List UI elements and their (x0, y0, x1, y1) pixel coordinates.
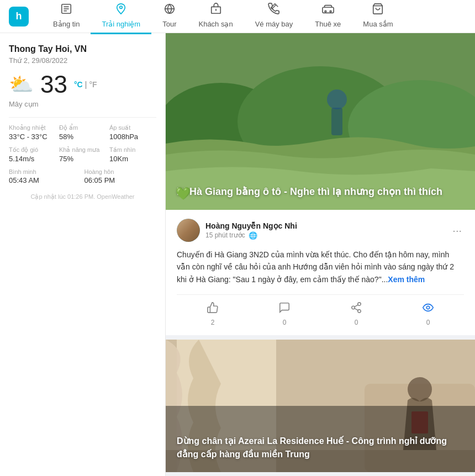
post-time: 15 phút trước (205, 231, 245, 239)
main-content: Đi Hà Giang bằng ô tô - Nghe thì lạ nhưn… (166, 33, 475, 476)
app-logo[interactable]: h (9, 7, 29, 27)
post-share-button[interactable]: 0 (350, 302, 362, 326)
see-more-link[interactable]: Xem thêm (388, 275, 425, 284)
toc-do-gio-value: 5.14m/s (9, 155, 56, 163)
celsius-unit[interactable]: °C (74, 80, 83, 89)
tab-tour[interactable]: Tour (151, 0, 187, 34)
post-avatar (177, 219, 200, 242)
post-author-name: Hoàng Nguyễn Ngọc Nhi (205, 221, 450, 230)
weather-detail-kha-nang-mua: Khả năng mưa 75% (59, 146, 106, 163)
svg-point-23 (358, 310, 361, 313)
fahrenheit-unit[interactable]: °F (89, 80, 97, 89)
avatar-image (177, 219, 200, 242)
post-meta: Hoàng Nguyễn Ngọc Nhi 15 phút trước 🌐 (205, 221, 450, 240)
weather-temperature: 33 (40, 72, 67, 97)
svg-point-26 (426, 306, 430, 309)
view-count: 0 (426, 319, 430, 326)
react-icon (207, 302, 219, 316)
svg-point-12 (330, 10, 331, 12)
post-card: Hoàng Nguyễn Ngọc Nhi 15 phút trước 🌐 ··… (166, 210, 475, 340)
svg-line-24 (355, 309, 358, 311)
svg-line-9 (276, 5, 278, 7)
weather-sidebar: Thong Tay Hoi, VN Thứ 2, 29/08/2022 ⛅ 33… (0, 33, 166, 476)
weather-update-time: Cập nhật lúc 01:26 PM. OpenWeather (9, 193, 156, 200)
toc-do-gio-label: Tốc độ gió (9, 146, 56, 154)
ap-suat-value: 1008hPa (109, 133, 156, 141)
react-count: 2 (211, 319, 215, 326)
hue-article-title: Dừng chân tại Azerai La Residence Huế - … (177, 435, 464, 461)
tab-trai-nghiem-label: Trải nghiệm (102, 20, 140, 28)
weather-details-grid-2: Tốc độ gió 5.14m/s Khả năng mưa 75% Tầm … (9, 146, 156, 163)
post-view-button[interactable]: 0 (422, 302, 434, 326)
binh-minh-value: 05:43 AM (9, 176, 81, 184)
tab-ve-may-bay-label: Vé máy bay (255, 20, 293, 28)
tour-icon (163, 3, 176, 18)
hoang-hon-label: Hoàng hôn (85, 168, 157, 175)
weather-detail-ap-suat: Áp suất 1008hPa (109, 124, 156, 141)
cloud-icon: ⛅ (9, 73, 34, 96)
hoang-hon-value: 06:05 PM (85, 176, 157, 184)
weather-detail-khoang-nhiet: Khoảng nhiệt 33°C - 33°C (9, 124, 56, 141)
svg-rect-18 (166, 33, 475, 210)
ve-may-bay-icon (268, 3, 280, 18)
tab-bang-tin[interactable]: Bảng tin (42, 0, 91, 34)
weather-detail-do-am: Độ ẩm 58% (59, 124, 106, 141)
tab-mua-sam[interactable]: Mua sắm (352, 0, 404, 34)
main-navigation: Bảng tin Trải nghiệm Tour Khách sạn (42, 0, 466, 34)
svg-point-4 (120, 6, 123, 9)
weather-card: Thong Tay Hoi, VN Thứ 2, 29/08/2022 ⛅ 33… (9, 44, 156, 200)
svg-line-25 (355, 305, 358, 307)
tab-ve-may-bay[interactable]: Vé máy bay (244, 0, 304, 34)
tab-khach-san[interactable]: Khách sạn (187, 0, 244, 34)
kha-nang-mua-label: Khả năng mưa (59, 146, 106, 154)
trai-nghiem-icon (115, 3, 127, 18)
weather-detail-hoang-hon: Hoàng hôn 06:05 PM (85, 168, 157, 184)
post-header: Hoàng Nguyễn Ngọc Nhi 15 phút trước 🌐 ··… (177, 219, 464, 242)
tab-thue-xe-label: Thuê xe (315, 20, 341, 28)
weather-main: ⛅ 33 °C | °F (9, 72, 156, 97)
svg-rect-10 (323, 7, 334, 13)
do-am-value: 58% (59, 133, 106, 141)
tab-mua-sam-label: Mua sắm (363, 20, 393, 28)
tab-thue-xe[interactable]: Thuê xe (304, 0, 352, 34)
page-layout: Thong Tay Hoi, VN Thứ 2, 29/08/2022 ⛅ 33… (0, 33, 475, 476)
tam-nhin-label: Tầm nhìn (109, 146, 156, 154)
tab-tour-label: Tour (162, 20, 176, 28)
thue-xe-icon (322, 3, 334, 18)
share-count: 0 (355, 319, 358, 326)
logo-letter: h (16, 10, 22, 22)
svg-point-22 (352, 306, 355, 309)
post-react-button[interactable]: 2 (207, 302, 219, 326)
share-icon (350, 302, 362, 316)
weather-sun-times: Bình minh 05:43 AM Hoàng hôn 06:05 PM (9, 168, 156, 184)
view-icon (422, 302, 434, 316)
article-hue-card[interactable]: Dừng chân tại Azerai La Residence Huế - … (166, 340, 475, 472)
tab-trai-nghiem[interactable]: Trải nghiệm (91, 0, 151, 34)
khoang-nhiet-label: Khoảng nhiệt (9, 124, 56, 131)
tab-bang-tin-label: Bảng tin (53, 20, 80, 28)
post-more-options-button[interactable]: ··· (450, 222, 464, 239)
comment-count: 0 (283, 319, 287, 326)
kha-nang-mua-value: 75% (59, 155, 106, 163)
khach-san-icon (210, 3, 222, 18)
svg-point-19 (327, 89, 347, 109)
tam-nhin-value: 10Km (109, 155, 156, 163)
weather-details-grid: Khoảng nhiệt 33°C - 33°C Độ ẩm 58% Áp su… (9, 124, 156, 141)
weather-unit-selector: °C | °F (74, 80, 97, 89)
mua-sam-icon (372, 3, 384, 18)
post-text-body: Chuyến đi Hà Giang 3N2D của mình vừa kết… (177, 248, 464, 285)
hue-image: Dừng chân tại Azerai La Residence Huế - … (166, 340, 475, 472)
weather-detail-toc-do-gio: Tốc độ gió 5.14m/s (9, 146, 56, 163)
post-time-row: 15 phút trước 🌐 (205, 231, 450, 240)
app-header: h Bảng tin Trải nghiệm Tour (0, 0, 475, 33)
weather-detail-tam-nhin: Tầm nhìn 10Km (109, 146, 156, 163)
post-comment-button[interactable]: 0 (278, 302, 291, 326)
svg-point-21 (358, 303, 361, 306)
svg-rect-20 (331, 108, 342, 135)
weather-date: Thứ 2, 29/08/2022 (9, 56, 156, 65)
article-ha-giang-card[interactable]: Đi Hà Giang bằng ô tô - Nghe thì lạ nhưn… (166, 33, 475, 210)
heart-icon-green[interactable]: 💚 (176, 187, 191, 201)
do-am-label: Độ ẩm (59, 124, 106, 131)
comment-icon (278, 302, 291, 316)
weather-location: Thong Tay Hoi, VN (9, 44, 156, 54)
